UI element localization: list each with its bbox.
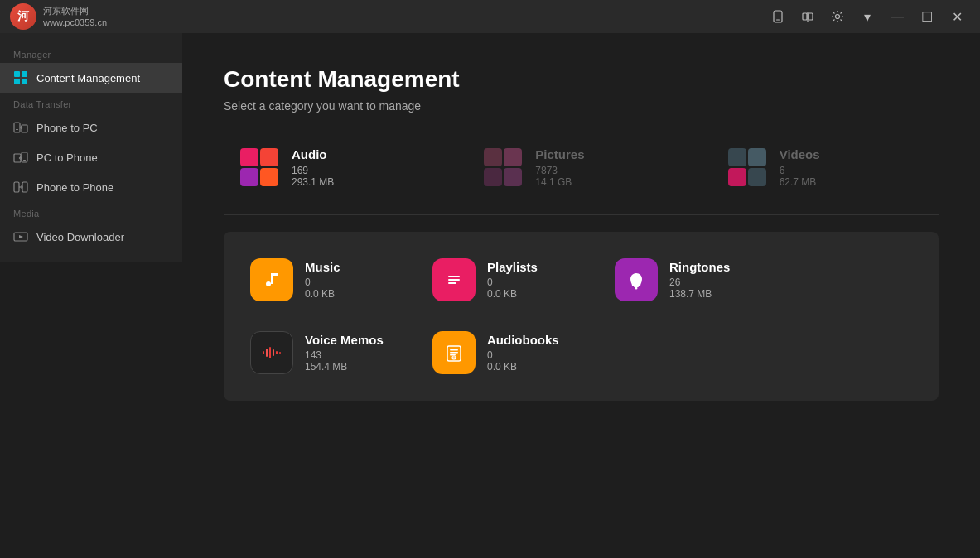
svg-rect-21 <box>271 273 278 276</box>
app-logo: 河 河东软件网 www.pc0359.cn <box>10 3 107 30</box>
content-management-icon <box>13 70 28 85</box>
close-btn[interactable]: ✕ <box>944 5 970 28</box>
pictures-count: 7873 <box>535 165 584 176</box>
svg-rect-1 <box>776 20 780 21</box>
svg-rect-29 <box>269 347 271 358</box>
category-videos[interactable]: Videos 6 62.7 MB <box>712 137 939 198</box>
voice-memos-size: 154.4 MB <box>305 361 384 373</box>
watermark-line1: 河东软件网 <box>43 5 107 17</box>
svg-rect-22 <box>448 276 460 277</box>
sub-cat-ringtones[interactable]: Ringtones 26 138.7 MB <box>608 252 774 308</box>
pc-to-phone-icon <box>13 150 28 165</box>
sidebar-nav: Manager Content Management Data Transfer… <box>0 33 182 262</box>
audiobooks-size: 0.0 KB <box>487 361 559 373</box>
svg-rect-32 <box>279 352 281 354</box>
phone-to-pc-icon <box>13 120 28 135</box>
sidebar-item-pc-to-phone[interactable]: PC to Phone <box>0 142 182 172</box>
sub-categories-section: Music 0 0.0 KB Playlists 0 0.0 KB <box>224 232 939 401</box>
svg-rect-14 <box>14 182 19 192</box>
logo-icon: 河 <box>10 3 36 30</box>
audio-size: 293.1 MB <box>292 176 334 188</box>
voice-memos-count: 143 <box>305 349 384 361</box>
sub-cat-music[interactable]: Music 0 0.0 KB <box>244 252 409 308</box>
pictures-size: 14.1 GB <box>535 176 584 188</box>
playlists-size: 0.0 KB <box>487 288 538 300</box>
section-manager-label: Manager <box>0 43 182 63</box>
audio-icon-group <box>240 148 280 188</box>
videos-name: Videos <box>780 147 820 161</box>
audiobooks-icon <box>432 331 476 374</box>
playlists-count: 0 <box>487 277 538 288</box>
svg-rect-30 <box>273 349 274 356</box>
playlists-name: Playlists <box>487 260 538 274</box>
videos-size: 62.7 MB <box>780 176 820 188</box>
sub-cat-playlists[interactable]: Playlists 0 0.0 KB <box>426 252 591 308</box>
partition-icon-btn[interactable] <box>794 5 821 28</box>
top-categories-row: Audio 169 293.1 MB Pictures 7873 14.1 GB <box>224 137 939 198</box>
ringtones-size: 138.7 MB <box>669 288 730 300</box>
sidebar-item-phone-to-pc[interactable]: Phone to PC <box>0 113 182 142</box>
section-data-transfer-label: Data Transfer <box>0 93 182 113</box>
maximize-btn[interactable]: ☐ <box>914 5 940 28</box>
ringtones-icon <box>615 258 658 301</box>
svg-rect-6 <box>14 123 20 132</box>
sidebar-item-content-management[interactable]: Content Management <box>0 63 182 93</box>
voice-memos-name: Voice Memos <box>305 333 384 347</box>
watermark-line2: www.pc0359.cn <box>43 17 107 28</box>
svg-rect-36 <box>450 354 456 356</box>
svg-rect-24 <box>448 282 456 284</box>
pictures-name: Pictures <box>535 147 584 161</box>
audiobooks-count: 0 <box>487 349 559 361</box>
videos-count: 6 <box>780 165 820 176</box>
svg-rect-15 <box>22 182 27 192</box>
svg-rect-7 <box>16 129 18 130</box>
svg-point-26 <box>635 287 638 290</box>
ringtones-name: Ringtones <box>669 260 730 274</box>
pictures-icon-group <box>484 148 524 188</box>
svg-rect-12 <box>23 160 26 161</box>
titlebar: 河 河东软件网 www.pc0359.cn ▾ — ☐ ✕ <box>0 0 980 33</box>
page-title: Content Management <box>224 66 939 93</box>
sidebar: Manager Content Management Data Transfer… <box>0 33 182 558</box>
svg-rect-35 <box>450 352 458 354</box>
svg-rect-23 <box>448 279 460 281</box>
svg-rect-34 <box>450 349 458 351</box>
window-controls: ▾ — ☐ ✕ <box>765 5 970 28</box>
music-count: 0 <box>305 277 340 288</box>
section-media-label: Media <box>0 202 182 222</box>
videos-icon-group <box>728 148 768 188</box>
phone-to-phone-icon <box>13 180 28 195</box>
category-audio[interactable]: Audio 169 293.1 MB <box>224 137 451 198</box>
svg-rect-31 <box>276 351 278 354</box>
svg-rect-0 <box>774 11 782 22</box>
svg-rect-4 <box>809 13 813 20</box>
music-name: Music <box>305 260 340 274</box>
audio-name: Audio <box>292 147 334 161</box>
dropdown-btn[interactable]: ▾ <box>854 5 881 28</box>
music-icon <box>250 258 293 301</box>
device-icon-btn[interactable] <box>765 5 791 28</box>
svg-rect-27 <box>263 351 264 354</box>
minimize-btn[interactable]: — <box>884 5 910 28</box>
svg-rect-28 <box>266 349 268 357</box>
category-pictures[interactable]: Pictures 7873 14.1 GB <box>467 137 694 198</box>
audiobooks-name: Audiobooks <box>487 333 559 347</box>
sidebar-item-video-downloader[interactable]: Video Downloader <box>0 222 182 252</box>
svg-rect-8 <box>22 125 27 132</box>
sidebar-item-phone-to-phone[interactable]: Phone to Phone <box>0 172 182 202</box>
video-downloader-icon <box>13 229 28 244</box>
settings-icon-btn[interactable] <box>824 5 851 28</box>
audio-count: 169 <box>292 165 334 176</box>
playlists-icon <box>432 258 476 301</box>
page-subtitle: Select a category you want to manage <box>224 99 939 113</box>
sub-cat-audiobooks[interactable]: Audiobooks 0 0.0 KB <box>426 325 591 381</box>
section-divider <box>224 214 939 215</box>
svg-point-5 <box>836 15 840 19</box>
app-body: Manager Content Management Data Transfer… <box>0 33 980 558</box>
voice-memos-icon <box>250 331 293 374</box>
svg-rect-3 <box>803 13 807 20</box>
svg-marker-18 <box>19 235 23 238</box>
main-content: Content Management Select a category you… <box>182 33 980 558</box>
sub-cat-voice-memos[interactable]: Voice Memos 143 154.4 MB <box>244 325 409 381</box>
svg-point-19 <box>266 281 271 286</box>
